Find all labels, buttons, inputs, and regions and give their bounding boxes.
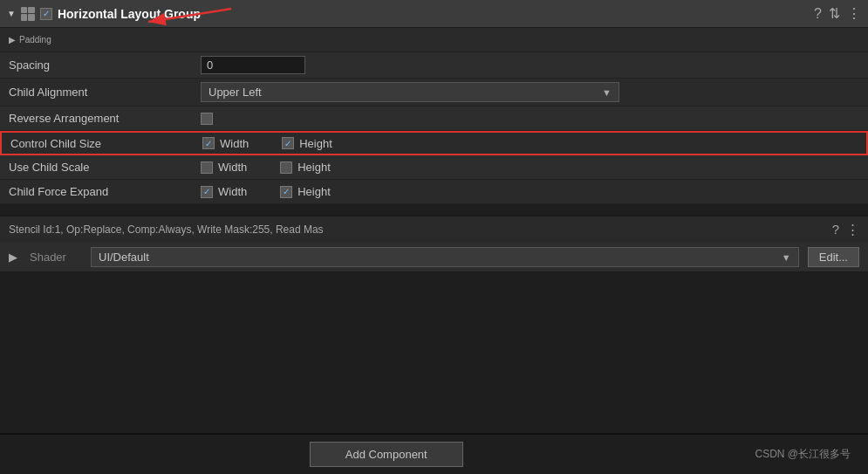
use-child-scale-value: Width Height [201, 161, 859, 174]
stencil-section: Stencil Id:1, Op:Replace, Comp:Always, W… [0, 215, 868, 243]
spacing-input[interactable] [201, 56, 305, 74]
reverse-arrangement-value [201, 113, 859, 125]
svg-line-1 [148, 9, 231, 22]
shader-dropdown[interactable]: UI/Default ▼ [91, 247, 799, 267]
header-icons: ? ⇅ ⋮ [814, 5, 861, 22]
control-child-size-label: Control Child Size [10, 137, 202, 150]
spacing-row: Spacing [0, 52, 868, 79]
control-width-checkbox[interactable] [202, 137, 215, 149]
reverse-arrangement-row: Reverse Arrangement [0, 106, 868, 131]
control-width-label: Width [220, 137, 249, 150]
stencil-text: Stencil Id:1, Op:Replace, Comp:Always, W… [9, 223, 324, 236]
add-component-container: Add Component [17, 442, 755, 467]
settings-icon[interactable]: ⇅ [829, 5, 840, 22]
scale-height-group: Height [280, 161, 331, 174]
component-icon [21, 7, 35, 21]
child-alignment-value: Upper Left ▼ [201, 82, 859, 102]
scale-width-label: Width [218, 161, 247, 174]
padding-label: ▶ Padding [9, 35, 201, 45]
control-height-group: Height [282, 137, 332, 150]
use-child-scale-row: Use Child Scale Width Height [0, 155, 868, 180]
shader-label: Shader [30, 251, 82, 264]
expand-width-checkbox[interactable] [201, 186, 213, 198]
child-force-expand-row: Child Force Expand Width Height [0, 180, 868, 204]
shader-row: ▶ Shader UI/Default ▼ Edit... [0, 243, 868, 272]
more-icon[interactable]: ⋮ [847, 5, 861, 22]
bottom-bar: Add Component CSDN @长江很多号 [0, 433, 868, 474]
child-alignment-row: Child Alignment Upper Left ▼ [0, 79, 868, 106]
child-alignment-label: Child Alignment [9, 86, 201, 99]
shader-value: UI/Default [99, 251, 149, 264]
dropdown-arrow-icon: ▼ [602, 87, 612, 98]
scale-width-group: Width [201, 161, 247, 174]
spacing-label: Spacing [9, 58, 201, 72]
control-child-size-value: Width Height [202, 137, 858, 150]
expand-height-label: Height [297, 185, 331, 198]
scale-height-checkbox[interactable] [280, 161, 292, 174]
shader-dropdown-arrow-icon: ▼ [782, 252, 791, 263]
expand-left-arrow[interactable]: ▶ [9, 251, 17, 264]
control-width-group: Width [202, 137, 249, 150]
control-child-size-row: Control Child Size Width Height [0, 131, 868, 155]
component-enabled-checkbox[interactable] [40, 8, 52, 20]
control-height-label: Height [299, 137, 332, 150]
expand-height-group: Height [280, 185, 331, 198]
reverse-arrangement-checkbox[interactable] [201, 113, 213, 125]
help-icon[interactable]: ? [814, 6, 822, 22]
inspector-panel: ▼ Horizontal Layout Group ? ⇅ ⋮ [0, 0, 868, 474]
scale-width-checkbox[interactable] [201, 161, 213, 174]
child-force-expand-label: Child Force Expand [9, 185, 201, 198]
child-alignment-dropdown[interactable]: Upper Left ▼ [201, 82, 619, 102]
child-force-expand-value: Width Height [201, 185, 859, 198]
section-divider [0, 204, 868, 215]
content-spacer [0, 272, 868, 433]
expand-width-label: Width [218, 185, 247, 198]
edit-shader-button[interactable]: Edit... [808, 247, 859, 267]
add-component-button[interactable]: Add Component [310, 442, 463, 467]
stencil-help-icon[interactable]: ? [832, 222, 839, 237]
padding-expand-arrow[interactable]: ▶ Padding [9, 35, 201, 45]
annotation-arrow [131, 0, 236, 31]
stencil-more-icon[interactable]: ⋮ [846, 222, 859, 237]
expand-height-checkbox[interactable] [280, 186, 292, 198]
padding-row: ▶ Padding [0, 28, 868, 52]
component-header: ▼ Horizontal Layout Group ? ⇅ ⋮ [0, 0, 868, 28]
reverse-arrangement-label: Reverse Arrangement [9, 112, 201, 125]
scale-height-label: Height [297, 161, 331, 174]
control-height-checkbox[interactable] [282, 137, 294, 149]
property-rows: ▶ Padding Spacing Child Alignment Upper … [0, 28, 868, 204]
collapse-arrow-icon[interactable]: ▼ [7, 9, 16, 18]
expand-width-group: Width [201, 185, 247, 198]
watermark-text: CSDN @长江很多号 [755, 447, 851, 462]
stencil-icons: ? ⋮ [832, 222, 859, 237]
use-child-scale-label: Use Child Scale [9, 161, 201, 174]
spacing-value [201, 56, 859, 74]
